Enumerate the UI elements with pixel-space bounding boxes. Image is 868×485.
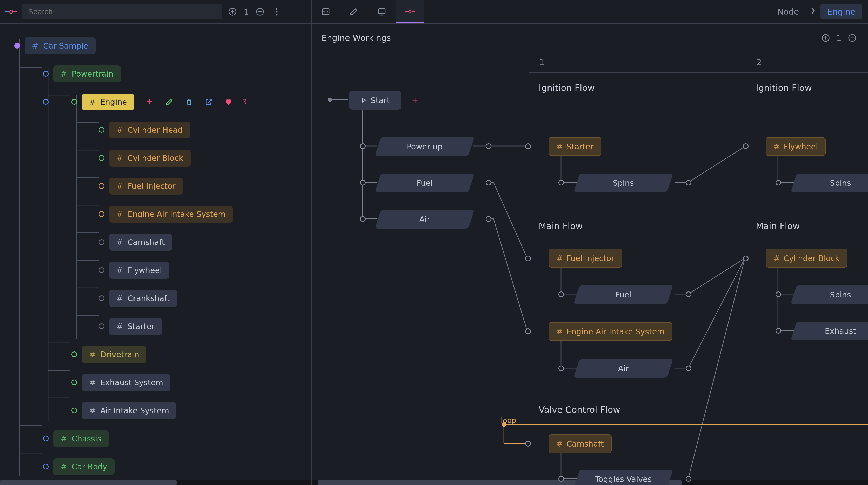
tree-item-fuel-injector[interactable]: # Fuel Injector bbox=[109, 178, 183, 194]
flow-port[interactable] bbox=[776, 328, 781, 334]
tree-bullet[interactable] bbox=[99, 324, 104, 329]
flow-start-node[interactable]: Start bbox=[349, 91, 401, 110]
flow-node-power-up[interactable]: Power up bbox=[378, 137, 471, 156]
tree-h-scrollbar[interactable] bbox=[0, 480, 311, 485]
flow-port[interactable] bbox=[686, 180, 691, 185]
tree-bullet[interactable] bbox=[71, 407, 77, 413]
add-button[interactable] bbox=[226, 6, 239, 18]
tree-item-chassis[interactable]: # Chassis bbox=[53, 430, 108, 447]
flow-port[interactable] bbox=[686, 365, 691, 371]
tree-item-label: Engine bbox=[100, 97, 127, 107]
add-child-button[interactable] bbox=[144, 96, 156, 108]
tab-code[interactable] bbox=[312, 0, 340, 23]
flow-tag-starter[interactable]: # Starter bbox=[549, 137, 601, 156]
delete-button[interactable] bbox=[183, 96, 195, 108]
flow-port[interactable] bbox=[558, 365, 564, 371]
flow-node-spins[interactable]: Spins bbox=[577, 174, 670, 192]
tree-bullet[interactable] bbox=[71, 380, 77, 385]
tree-bullet[interactable] bbox=[99, 295, 104, 301]
breadcrumb-engine[interactable]: Engine bbox=[820, 4, 862, 19]
tree-item-cylinder-block[interactable]: # Cylinder Block bbox=[109, 150, 191, 166]
tree-item-camshaft[interactable]: # Camshaft bbox=[109, 234, 172, 251]
flow-node-spins-2[interactable]: Spins bbox=[794, 174, 868, 192]
open-external-button[interactable] bbox=[203, 96, 215, 108]
flow-tag-flywheel[interactable]: # Flywheel bbox=[766, 137, 826, 156]
flow-port[interactable] bbox=[743, 143, 748, 149]
flow-port[interactable] bbox=[525, 441, 531, 447]
hash-icon: # bbox=[116, 125, 123, 134]
flow-node-toggles[interactable]: Toggles Valves bbox=[577, 470, 670, 485]
tree-item-powertrain[interactable]: # Powertrain bbox=[53, 65, 121, 82]
tree-item-exhaust-system[interactable]: # Exhaust System bbox=[82, 374, 170, 391]
flow-port[interactable] bbox=[776, 180, 781, 185]
hash-icon: # bbox=[116, 182, 123, 191]
tree-bullet[interactable] bbox=[14, 43, 20, 49]
flow-port[interactable] bbox=[743, 255, 748, 261]
flow-node-air-in[interactable]: Air bbox=[378, 210, 471, 229]
flow-port[interactable] bbox=[525, 143, 531, 149]
tree-bullet[interactable] bbox=[99, 239, 104, 245]
tree-item-flywheel[interactable]: # Flywheel bbox=[109, 262, 169, 279]
remove-button[interactable] bbox=[254, 6, 266, 18]
flow-node-label: Cylinder Block bbox=[783, 254, 839, 263]
hash-icon: # bbox=[116, 238, 123, 247]
flow-node-exhaust[interactable]: Exhaust bbox=[794, 322, 868, 340]
flow-port[interactable] bbox=[525, 255, 531, 261]
tree-bullet[interactable] bbox=[43, 436, 49, 442]
flow-port[interactable] bbox=[686, 292, 691, 297]
edit-button[interactable] bbox=[163, 96, 175, 108]
tree-item-car-sample[interactable]: # Car Sample bbox=[25, 37, 96, 54]
tab-display[interactable] bbox=[368, 0, 396, 23]
tree-bullet[interactable] bbox=[71, 99, 77, 105]
flow-port[interactable] bbox=[360, 143, 366, 149]
tree-item-starter[interactable]: # Starter bbox=[109, 318, 162, 335]
add-branch-button[interactable]: ＋ bbox=[410, 95, 420, 105]
like-button[interactable] bbox=[223, 96, 235, 108]
flow-tag-cylinder-block[interactable]: # Cylinder Block bbox=[766, 249, 847, 268]
tree-bullet[interactable] bbox=[43, 99, 49, 105]
tree-bullet[interactable] bbox=[99, 127, 104, 133]
sub-remove-button[interactable] bbox=[846, 32, 858, 44]
flow-tag-camshaft[interactable]: # Camshaft bbox=[549, 434, 612, 453]
flow-port[interactable] bbox=[558, 180, 564, 185]
flow-port[interactable] bbox=[558, 292, 564, 297]
flow-port[interactable] bbox=[486, 216, 491, 222]
flow-port[interactable] bbox=[486, 180, 491, 185]
tree-item-engine[interactable]: # Engine bbox=[82, 93, 134, 111]
flow-tag-fuel-injector[interactable]: # Fuel Injector bbox=[549, 249, 622, 268]
tree-bullet[interactable] bbox=[71, 352, 77, 357]
search-field[interactable] bbox=[22, 4, 222, 20]
tree-bullet[interactable] bbox=[99, 183, 104, 189]
search-input[interactable] bbox=[28, 7, 208, 17]
tree-item-air-intake[interactable]: # Engine Air Intake System bbox=[109, 206, 233, 223]
flow-node-fuel[interactable]: Fuel bbox=[577, 285, 670, 304]
tree-bullet[interactable] bbox=[99, 211, 104, 217]
breadcrumb-node[interactable]: Node bbox=[771, 4, 806, 19]
tree-bullet[interactable] bbox=[99, 267, 104, 273]
svg-line-4 bbox=[213, 12, 215, 14]
tab-graph[interactable] bbox=[396, 0, 424, 23]
tree-item-cylinder-head[interactable]: # Cylinder Head bbox=[109, 122, 190, 139]
tree-bullet[interactable] bbox=[99, 155, 104, 161]
tree-bullet[interactable] bbox=[43, 464, 49, 469]
flow-port[interactable] bbox=[686, 476, 691, 482]
sub-add-button[interactable] bbox=[820, 32, 832, 44]
flow-port[interactable] bbox=[360, 216, 366, 222]
flow-port[interactable] bbox=[360, 180, 366, 185]
tree-item-crankshaft[interactable]: # Crankshaft bbox=[109, 290, 177, 307]
flow-node-spins-3[interactable]: Spins bbox=[794, 285, 868, 304]
flow-port[interactable] bbox=[776, 292, 781, 297]
tree-item-air-intake-system[interactable]: # Air Intake System bbox=[82, 402, 176, 419]
more-menu-button[interactable] bbox=[271, 6, 283, 18]
tree-item-car-body[interactable]: # Car Body bbox=[53, 458, 115, 475]
flow-port[interactable] bbox=[558, 476, 564, 482]
tree-bullet[interactable] bbox=[43, 71, 49, 77]
hash-icon: # bbox=[116, 266, 123, 275]
tab-edit[interactable] bbox=[340, 0, 368, 23]
flow-node-air[interactable]: Air bbox=[577, 359, 670, 378]
flow-port[interactable] bbox=[525, 328, 531, 334]
flow-node-fuel-in[interactable]: Fuel bbox=[378, 174, 471, 192]
flow-port[interactable] bbox=[486, 143, 491, 149]
flow-tag-air-intake[interactable]: # Engine Air Intake System bbox=[549, 322, 672, 341]
tree-item-drivetrain[interactable]: # Drivetrain bbox=[82, 346, 147, 363]
